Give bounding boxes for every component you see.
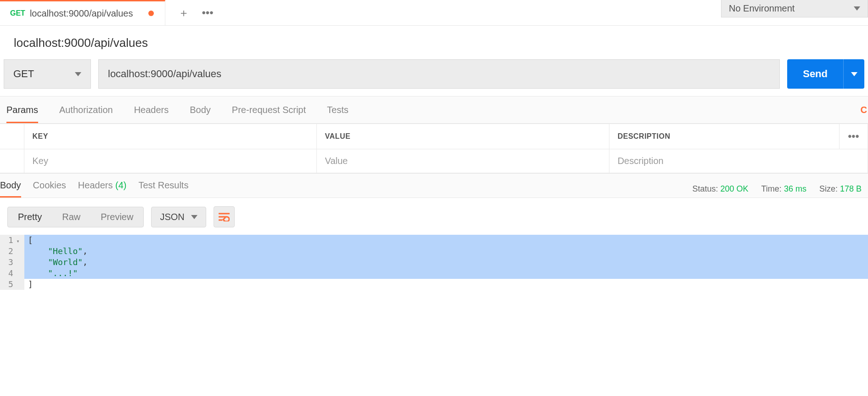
time-value: 36 ms xyxy=(784,184,806,193)
time-block: Time: 36 ms xyxy=(761,184,806,194)
code-line[interactable]: "World", xyxy=(24,257,868,268)
token-punct xyxy=(28,268,48,278)
table-header-value: VALUE xyxy=(316,124,609,149)
chevron-down-icon xyxy=(851,72,857,76)
status-value: 200 OK xyxy=(720,184,748,193)
resp-tab-cookies[interactable]: Cookies xyxy=(33,180,66,198)
chevron-down-icon xyxy=(854,6,860,11)
url-input[interactable] xyxy=(98,59,780,89)
resp-tab-body[interactable]: Body xyxy=(0,180,21,198)
token-punct: ] xyxy=(28,279,33,289)
time-label: Time: xyxy=(761,184,782,193)
url-bar: GET Send xyxy=(0,59,868,96)
line-number: 5 xyxy=(8,279,20,290)
code-line[interactable]: "...!" xyxy=(24,268,868,279)
tab-body[interactable]: Body xyxy=(190,105,211,123)
response-body-viewer[interactable]: 1▾2 3 4 5 [ "Hello", "World", "...!"] xyxy=(0,235,868,290)
send-button-group: Send xyxy=(787,59,864,89)
cookies-link-fragment[interactable]: C xyxy=(861,105,867,115)
line-wrap-button[interactable] xyxy=(214,206,235,227)
chevron-down-icon xyxy=(191,215,197,219)
token-string: "...!" xyxy=(48,268,78,278)
tab-headers[interactable]: Headers xyxy=(134,105,169,123)
send-button[interactable]: Send xyxy=(787,59,843,89)
tab-title: localhost:9000/api/values xyxy=(30,8,135,19)
line-number: 3 xyxy=(8,257,20,268)
status-label: Status: xyxy=(692,184,718,193)
response-view-toolbar: Pretty Raw Preview JSON xyxy=(0,198,868,235)
tab-strip: GET localhost:9000/api/values ＋ ••• No E… xyxy=(0,0,868,26)
table-header-checkbox xyxy=(0,124,24,149)
request-subtab-row: Params Authorization Headers Body Pre-re… xyxy=(0,96,868,124)
status-block: Status: 200 OK xyxy=(692,184,748,194)
environment-selector[interactable]: No Environment xyxy=(721,0,868,17)
code-line[interactable]: ] xyxy=(24,279,868,290)
line-number: 1▾ xyxy=(8,235,20,246)
token-string: "World" xyxy=(48,257,83,267)
view-mode-pretty[interactable]: Pretty xyxy=(8,207,52,227)
params-table: KEY VALUE DESCRIPTION ••• xyxy=(0,124,868,173)
tab-overflow-button[interactable]: ••• xyxy=(198,4,217,22)
size-value: 178 B xyxy=(840,184,862,193)
token-punct: , xyxy=(83,246,88,256)
token-punct xyxy=(28,257,48,267)
token-punct: , xyxy=(83,257,88,267)
response-tab-row: Body Cookies Headers (4) Test Results St… xyxy=(0,173,868,198)
table-header-options[interactable]: ••• xyxy=(840,124,868,149)
line-number: 2 xyxy=(8,246,20,257)
line-number: 4 xyxy=(8,268,20,279)
format-select[interactable]: JSON xyxy=(151,207,206,227)
request-tab[interactable]: GET localhost:9000/api/values xyxy=(0,0,165,25)
code-gutter: 1▾2 3 4 5 xyxy=(0,235,24,290)
new-tab-button[interactable]: ＋ xyxy=(175,4,193,22)
param-value-input[interactable] xyxy=(325,156,601,166)
resp-tab-headers-label: Headers xyxy=(78,180,113,190)
table-row xyxy=(0,149,868,173)
environment-label: No Environment xyxy=(729,3,795,14)
tab-actions: ＋ ••• xyxy=(165,0,226,25)
tab-tests[interactable]: Tests xyxy=(327,105,349,123)
view-mode-raw[interactable]: Raw xyxy=(52,207,90,227)
view-mode-preview[interactable]: Preview xyxy=(90,207,143,227)
code-line[interactable]: "Hello", xyxy=(24,246,868,257)
row-checkbox[interactable] xyxy=(0,149,24,173)
resp-tab-testresults[interactable]: Test Results xyxy=(138,180,188,198)
format-value: JSON xyxy=(160,212,184,222)
unsaved-dot-icon xyxy=(148,11,154,16)
http-method-value: GET xyxy=(13,68,34,80)
param-description-input[interactable] xyxy=(618,156,859,166)
size-block: Size: 178 B xyxy=(819,184,862,194)
size-label: Size: xyxy=(819,184,838,193)
fold-toggle-icon[interactable]: ▾ xyxy=(15,236,20,247)
tab-authorization[interactable]: Authorization xyxy=(59,105,113,123)
resp-tab-headers-count: (4) xyxy=(115,180,126,190)
table-header-description: DESCRIPTION xyxy=(609,124,840,149)
tab-method: GET xyxy=(10,9,25,17)
dots-icon: ••• xyxy=(202,6,213,19)
token-punct xyxy=(28,246,48,256)
token-punct: [ xyxy=(28,235,33,245)
plus-icon: ＋ xyxy=(178,6,189,20)
request-title: localhost:9000/api/values xyxy=(0,26,868,59)
code-body[interactable]: [ "Hello", "World", "...!"] xyxy=(24,235,868,290)
token-string: "Hello" xyxy=(48,246,83,256)
tab-params[interactable]: Params xyxy=(6,105,38,123)
code-line[interactable]: [ xyxy=(24,235,868,246)
response-meta: Status: 200 OK Time: 36 ms Size: 178 B xyxy=(692,184,862,194)
view-mode-group: Pretty Raw Preview xyxy=(7,207,144,227)
table-header-key: KEY xyxy=(24,124,316,149)
tab-prerequest[interactable]: Pre-request Script xyxy=(232,105,306,123)
wrap-icon xyxy=(219,212,230,221)
http-method-select[interactable]: GET xyxy=(4,59,91,89)
chevron-down-icon xyxy=(75,72,81,76)
resp-tab-headers[interactable]: Headers (4) xyxy=(78,180,127,198)
param-key-input[interactable] xyxy=(33,156,308,166)
send-options-button[interactable] xyxy=(843,59,864,89)
